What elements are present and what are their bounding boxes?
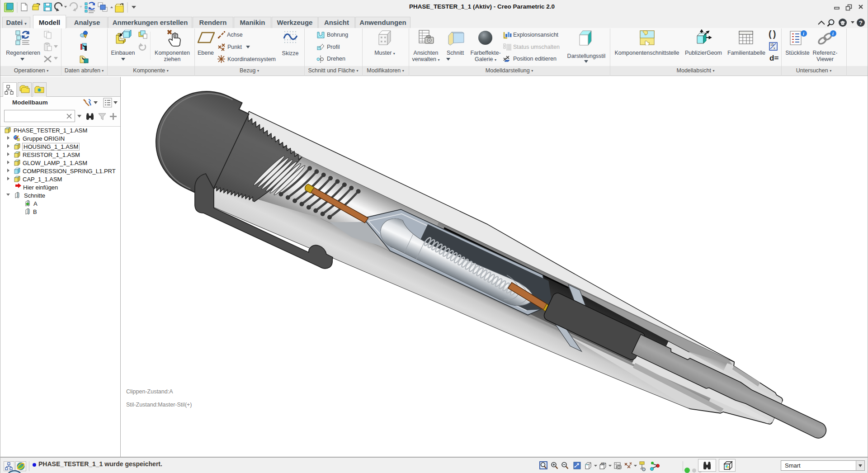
svg-text:x: x	[774, 47, 775, 50]
svg-text:i: i	[803, 31, 804, 36]
svg-text:?: ?	[859, 19, 863, 26]
svg-text:i: i	[832, 31, 834, 36]
svg-text:AB: AB	[601, 462, 604, 465]
